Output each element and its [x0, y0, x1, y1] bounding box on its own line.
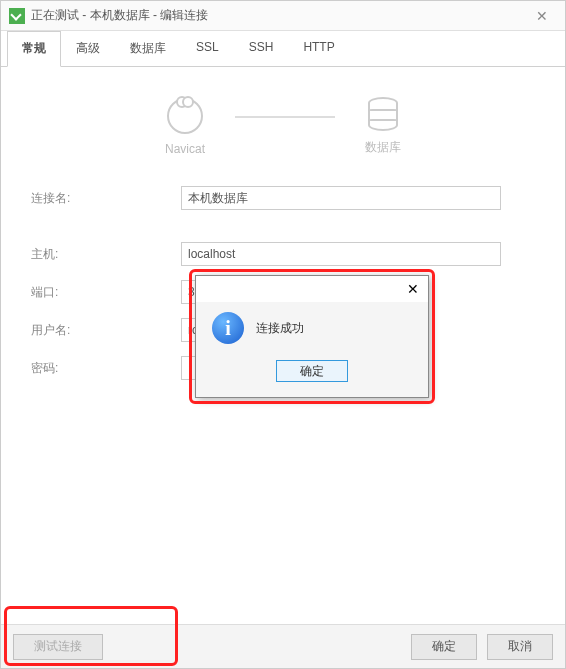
- titlebar: 正在测试 - 本机数据库 - 编辑连接 ✕: [1, 1, 565, 31]
- bottom-bar: 测试连接 确定 取消: [1, 624, 565, 668]
- diagram-left-label: Navicat: [165, 142, 205, 156]
- navicat-icon: [167, 98, 203, 134]
- cancel-button[interactable]: 取消: [487, 634, 553, 660]
- ok-button[interactable]: 确定: [411, 634, 477, 660]
- app-icon: [9, 8, 25, 24]
- diagram-right-label: 数据库: [365, 139, 401, 156]
- host-input[interactable]: [181, 242, 501, 266]
- tab-ssh[interactable]: SSH: [234, 31, 289, 66]
- conn-name-label: 连接名:: [31, 190, 181, 207]
- user-label: 用户名:: [31, 322, 181, 339]
- info-icon: i: [212, 312, 244, 344]
- close-icon[interactable]: ✕: [527, 1, 557, 31]
- tab-bar: 常规 高级 数据库 SSL SSH HTTP: [1, 31, 565, 67]
- port-label: 端口:: [31, 284, 181, 301]
- diagram-line: [235, 116, 335, 118]
- tab-general[interactable]: 常规: [7, 31, 61, 67]
- dialog-message: 连接成功: [256, 320, 304, 337]
- message-dialog: ✕ i 连接成功 确定: [195, 275, 429, 398]
- tab-http[interactable]: HTTP: [288, 31, 349, 66]
- host-label: 主机:: [31, 246, 181, 263]
- pass-label: 密码:: [31, 360, 181, 377]
- window-title: 正在测试 - 本机数据库 - 编辑连接: [31, 7, 527, 24]
- database-icon: [368, 97, 398, 131]
- tab-ssl[interactable]: SSL: [181, 31, 234, 66]
- dialog-close-icon[interactable]: ✕: [398, 276, 428, 302]
- conn-name-input[interactable]: [181, 186, 501, 210]
- connection-diagram: Navicat 数据库: [31, 97, 535, 156]
- tab-database[interactable]: 数据库: [115, 31, 181, 66]
- tab-advanced[interactable]: 高级: [61, 31, 115, 66]
- dialog-ok-button[interactable]: 确定: [276, 360, 348, 382]
- test-connection-button[interactable]: 测试连接: [13, 634, 103, 660]
